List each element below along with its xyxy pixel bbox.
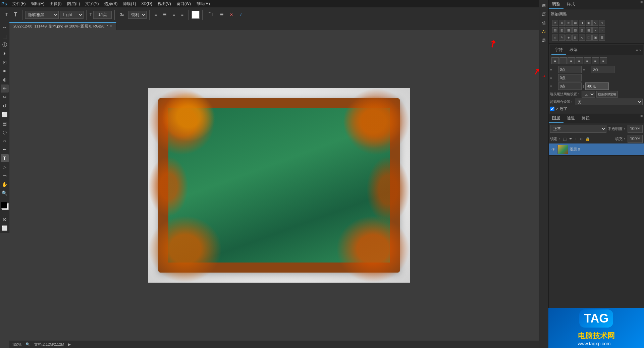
status-arrow[interactable]: ▶: [68, 342, 71, 347]
align-left-btn[interactable]: ≡: [152, 10, 159, 19]
lock-position-icon[interactable]: +: [575, 137, 577, 141]
adj-colorlookup-icon[interactable]: ▦: [566, 27, 572, 33]
para-justify-last-right[interactable]: ≡: [592, 57, 599, 64]
adj-ai-icon[interactable]: Ai: [579, 35, 585, 41]
para-align-left[interactable]: ≡: [551, 57, 559, 64]
menu-image[interactable]: 图像(I): [47, 0, 64, 7]
adj-vibrance-icon[interactable]: ◑: [579, 20, 585, 26]
menu-layer[interactable]: 图层(L): [64, 0, 83, 7]
adj-brightness-icon[interactable]: ☀: [552, 20, 558, 26]
space-before-input[interactable]: [558, 74, 582, 81]
sidebar-history-icon[interactable]: 历: [540, 10, 548, 18]
move-tool[interactable]: ↔: [1, 23, 9, 32]
adj-colorbalance-icon[interactable]: ∿: [592, 20, 598, 26]
char-panel-menu[interactable]: ≡: [636, 48, 638, 52]
adj-channelmix-icon[interactable]: ▥: [559, 27, 565, 33]
lock-artboard-icon[interactable]: ⊙: [580, 137, 583, 141]
quick-select-tool[interactable]: ✶: [1, 50, 9, 58]
char-panel-btn[interactable]: ☰: [218, 10, 226, 19]
anti-alias-select[interactable]: 锐利: [128, 11, 147, 19]
tab-close-btn[interactable]: ×: [110, 24, 112, 28]
char-panel-close[interactable]: ×: [639, 48, 641, 52]
crop-tool[interactable]: ⊡: [1, 58, 9, 66]
font-style-select[interactable]: Light: [60, 11, 84, 19]
opacity-input[interactable]: [628, 125, 643, 133]
healing-tool[interactable]: ⊕: [1, 76, 9, 84]
zoom-icon[interactable]: 🔍: [25, 342, 30, 347]
para-justify-last-center[interactable]: ≡: [584, 57, 591, 64]
adj-pencil-icon[interactable]: ✎: [559, 35, 565, 41]
para-justify-all[interactable]: ≡: [600, 57, 607, 64]
tab-adjustments[interactable]: 调整: [549, 0, 564, 9]
adj-threshold-icon[interactable]: ▩: [586, 27, 592, 33]
tracking-input[interactable]: [558, 82, 582, 90]
sidebar-info-icon[interactable]: 信: [540, 19, 548, 27]
menu-3d[interactable]: 3D(D): [139, 0, 155, 7]
lock-pixel-icon[interactable]: ⬚: [563, 137, 567, 141]
font-size-input[interactable]: [93, 11, 112, 19]
cancel-edits-btn[interactable]: ✕: [227, 10, 235, 19]
gradient-tool[interactable]: ▤: [1, 119, 9, 127]
adj-bw-icon[interactable]: ≺: [599, 20, 605, 26]
optical-btn[interactable]: 段落添加空格: [596, 91, 618, 98]
optical-select[interactable]: 无: [582, 91, 595, 98]
tab-channels[interactable]: 通道: [564, 114, 578, 123]
adj-diamond-icon[interactable]: ◈: [566, 35, 572, 41]
para-justify-last-left[interactable]: ≡: [576, 57, 583, 64]
para-align-center[interactable]: ☰: [559, 57, 567, 64]
menu-help[interactable]: 帮助(H): [194, 0, 213, 7]
layer-visibility-icon[interactable]: 👁: [551, 147, 556, 152]
shape-tool[interactable]: ▭: [1, 172, 9, 180]
quick-mask-btn[interactable]: ⊙: [1, 215, 9, 223]
fill-input[interactable]: [628, 135, 643, 143]
eyedropper-tool[interactable]: ✒: [1, 67, 9, 75]
layer-item[interactable]: 👁 图层 0: [549, 143, 644, 156]
font-name-select[interactable]: 微软雅黑: [25, 11, 59, 19]
adj-curves-icon[interactable]: ◈: [559, 20, 565, 26]
adj-levels-icon[interactable]: ≋: [566, 20, 572, 26]
adj-posterize-icon[interactable]: ▨: [579, 27, 585, 33]
text-tool[interactable]: T: [1, 154, 9, 162]
panel-menu-btn[interactable]: ≡: [639, 0, 644, 9]
warp-text-btn[interactable]: ⌒T: [205, 10, 216, 19]
align-center-btn[interactable]: ☰: [161, 10, 169, 19]
sidebar-adjustments-icon[interactable]: 调: [540, 1, 548, 9]
adj-grid-icon[interactable]: ⊞: [572, 35, 578, 41]
lasso-tool[interactable]: ⓛ: [1, 41, 9, 49]
history-brush-tool[interactable]: ↺: [1, 102, 9, 110]
menu-window[interactable]: 窗口(W): [174, 0, 194, 7]
adj-gradient-icon[interactable]: ▫: [599, 27, 605, 33]
menu-edit[interactable]: 编辑(E): [28, 0, 47, 7]
menu-file[interactable]: 文件(F): [10, 0, 28, 7]
lock-gradient-icon[interactable]: ✒: [569, 137, 572, 141]
layers-menu-btn[interactable]: ≡: [639, 114, 644, 123]
dodge-tool[interactable]: ○: [1, 137, 9, 145]
rect-select-tool[interactable]: ⬚: [1, 32, 9, 40]
text-color-box[interactable]: [192, 11, 200, 19]
tool-icon-btn[interactable]: T: [12, 10, 20, 19]
indent-left-input[interactable]: [558, 66, 582, 73]
screen-mode-btn[interactable]: ⬜: [1, 224, 9, 232]
sidebar-char-icon[interactable]: Ai: [540, 27, 548, 36]
adj-invert-icon[interactable]: ▧: [572, 27, 578, 33]
hand-tool[interactable]: ✋: [1, 180, 9, 188]
commit-edits-btn[interactable]: ✓: [237, 10, 245, 19]
ligatures-checkbox[interactable]: [550, 107, 554, 111]
eraser-tool[interactable]: ⬜: [1, 111, 9, 119]
tab-styles[interactable]: 样式: [564, 0, 578, 9]
adj-star-icon[interactable]: ☆: [552, 35, 558, 41]
lock-all-icon[interactable]: 🔒: [585, 137, 590, 141]
adj-frame-icon[interactable]: ⬚: [586, 35, 592, 41]
indent-right-input[interactable]: [591, 66, 614, 73]
brush-tool[interactable]: ✏: [1, 84, 9, 93]
adj-selectivecolor-icon[interactable]: ▪: [592, 27, 598, 33]
blur-tool[interactable]: ◌: [1, 128, 9, 136]
path-select-tool[interactable]: ▷: [1, 163, 9, 171]
fg-color-box[interactable]: [1, 202, 7, 209]
adj-square-icon[interactable]: ▣: [592, 35, 598, 41]
adj-exposure-icon[interactable]: ▦: [572, 20, 578, 26]
para-align-right[interactable]: ≡: [568, 57, 575, 64]
tab-character[interactable]: 字符: [551, 46, 566, 55]
zoom-tool[interactable]: 🔍: [1, 189, 9, 197]
adj-hsl-icon[interactable]: ▣: [586, 20, 592, 26]
